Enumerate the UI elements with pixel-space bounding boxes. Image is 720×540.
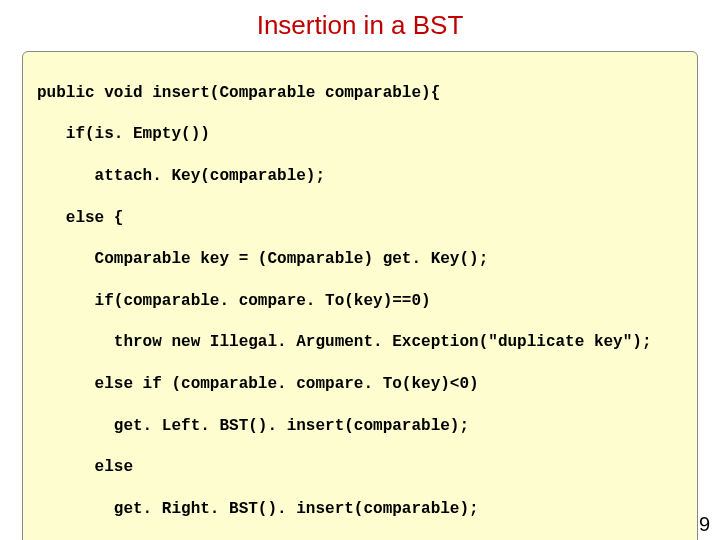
page-number: 9 — [699, 513, 710, 536]
code-line: if(is. Empty()) — [37, 124, 683, 145]
code-line: get. Right. BST(). insert(comparable); — [37, 499, 683, 520]
code-line: public void insert(Comparable comparable… — [37, 83, 683, 104]
code-line: get. Left. BST(). insert(comparable); — [37, 416, 683, 437]
code-line: else if (comparable. compare. To(key)<0) — [37, 374, 683, 395]
code-line: if(comparable. compare. To(key)==0) — [37, 291, 683, 312]
code-line: else — [37, 457, 683, 478]
code-line: Comparable key = (Comparable) get. Key()… — [37, 249, 683, 270]
code-block: public void insert(Comparable comparable… — [22, 51, 698, 540]
code-line: attach. Key(comparable); — [37, 166, 683, 187]
page-title: Insertion in a BST — [0, 10, 720, 41]
code-line: throw new Illegal. Argument. Exception("… — [37, 332, 683, 353]
code-line: else { — [37, 208, 683, 229]
